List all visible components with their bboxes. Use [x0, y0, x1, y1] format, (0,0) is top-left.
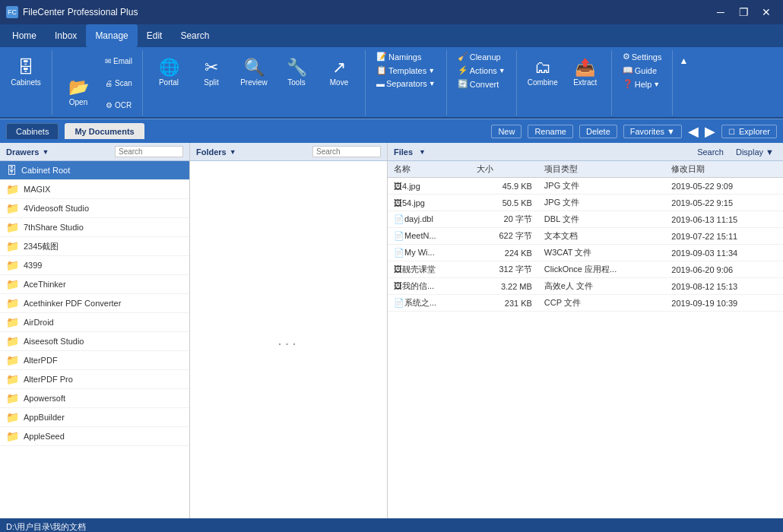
file-type-cell: W3CAT 文件 — [538, 245, 665, 261]
col-type[interactable]: 项目类型 — [538, 161, 665, 178]
table-row[interactable]: 🖼靓壳课堂 312 字节 ClickOnce 应用程... 2019-06-20… — [388, 261, 783, 278]
ribbon-settings[interactable]: ⚙ Settings — [618, 50, 667, 63]
folders-chevron[interactable]: ▼ — [230, 148, 236, 156]
col-modified[interactable]: 修改日期 — [665, 161, 783, 178]
ribbon-templates[interactable]: 📋 Templates ▼ — [372, 64, 439, 77]
file-modified-cell: 2019-07-22 15:11 — [665, 228, 783, 245]
col-name[interactable]: 名称 — [388, 161, 471, 178]
ribbon-btn-move[interactable]: ↗ Move — [319, 50, 359, 96]
tab-cabinets[interactable]: Cabinets — [6, 123, 59, 139]
ribbon-btn-ocr[interactable]: ⚙ OCR — [101, 94, 136, 116]
portal-label: Portal — [159, 78, 179, 87]
drawer-item-cabinet-root[interactable]: 🗄 Cabinet Root — [0, 161, 189, 180]
cleanup-icon: 🧹 — [458, 52, 468, 62]
drawer-item-airdroid[interactable]: 📁 AirDroid — [0, 313, 189, 332]
drawer-item-aiseesoft[interactable]: 📁 Aiseesoft Studio — [0, 332, 189, 351]
table-row[interactable]: 📄MeetN... 622 字节 文本文档 2019-07-22 15:11 — [388, 228, 783, 245]
ribbon-actions[interactable]: ⚡ Actions ▼ — [453, 64, 510, 77]
drawer-item-appleseed[interactable]: 📁 AppleSeed — [0, 427, 189, 446]
nav-explorer-button[interactable]: ☐ Explorer — [721, 125, 777, 138]
ribbon-guide[interactable]: 📖 Guide — [618, 64, 661, 77]
file-size-cell: 224 KB — [471, 245, 538, 261]
col-size[interactable]: 大小 — [471, 161, 538, 178]
drawer-item-acethinker[interactable]: 📁 AceThinker — [0, 275, 189, 294]
ribbon-btn-tools[interactable]: 🔧 Tools — [277, 50, 316, 96]
nav-delete-button[interactable]: Delete — [579, 125, 617, 138]
ribbon-btn-extract[interactable]: 📤 Extract — [566, 50, 605, 96]
separators-label: Separators — [386, 79, 427, 88]
menu-edit[interactable]: Edit — [138, 24, 172, 47]
drawers-panel: Drawers ▼ 🗄 Cabinet Root 📁 MAGIX 📁 4Vide… — [0, 143, 190, 518]
menu-inbox[interactable]: Inbox — [46, 24, 86, 47]
files-search-button[interactable]: Search — [694, 147, 727, 157]
drawer-item-4videosoft[interactable]: 📁 4Videosoft Studio — [0, 199, 189, 218]
ribbon-separators[interactable]: ▬ Separators ▼ — [372, 78, 440, 90]
drawer-item-appbuilder[interactable]: 📁 AppBuilder — [0, 408, 189, 427]
drawer-item-alterpdf-pro[interactable]: 📁 AlterPDF Pro — [0, 370, 189, 389]
ribbon-convert[interactable]: 🔄 Convert — [453, 78, 504, 90]
drawers-header: Drawers ▼ — [0, 143, 189, 161]
email-label: Email — [113, 57, 132, 65]
files-display-button[interactable]: Display ▼ — [733, 147, 777, 157]
cabinets-icon: 🗄 — [17, 59, 34, 76]
preview-icon: 🔍 — [244, 59, 265, 76]
file-type-cell: DBL 文件 — [538, 211, 665, 228]
ribbon-namings[interactable]: 📝 Namings — [372, 50, 426, 63]
nav-new-button[interactable]: New — [491, 125, 521, 138]
drawer-item-label: 2345截图 — [24, 241, 59, 252]
ribbon-cleanup[interactable]: 🧹 Cleanup — [453, 50, 506, 63]
tab-my-documents[interactable]: My Documents — [65, 123, 144, 139]
drawer-item-4399[interactable]: 📁 4399 — [0, 256, 189, 275]
menu-bar: Home Inbox Manage Edit Search — [0, 24, 783, 47]
minimize-button[interactable]: ─ — [710, 3, 731, 21]
drawers-search-input[interactable] — [115, 146, 183, 157]
close-button[interactable]: ✕ — [756, 3, 777, 21]
file-size-cell: 622 字节 — [471, 228, 538, 245]
table-row[interactable]: 🖼4.jpg 45.9 KB JPG 文件 2019-05-22 9:09 — [388, 178, 783, 195]
drawer-item-acethinker-pdf[interactable]: 📁 Acethinker PDF Converter — [0, 294, 189, 313]
ribbon-btn-email[interactable]: ✉ Email — [101, 50, 136, 71]
convert-label: Convert — [470, 80, 499, 89]
restore-button[interactable]: ❐ — [733, 3, 754, 21]
table-row[interactable]: 🖼54.jpg 50.5 KB JPG 文件 2019-05-22 9:15 — [388, 195, 783, 211]
open-icon: 📂 — [68, 79, 89, 96]
file-size-cell: 231 KB — [471, 295, 538, 312]
nav-bar: Cabinets My Documents New Rename Delete … — [0, 119, 783, 143]
ribbon-btn-preview[interactable]: 🔍 Preview — [234, 50, 274, 96]
table-row[interactable]: 📄My Wi... 224 KB W3CAT 文件 2019-09-03 11:… — [388, 245, 783, 261]
table-row[interactable]: 📄dayj.dbl 20 字节 DBL 文件 2019-06-13 11:15 — [388, 211, 783, 228]
ribbon-btn-split[interactable]: ✂ Split — [192, 50, 231, 96]
ribbon-btn-combine[interactable]: 🗂 Combine — [523, 50, 563, 96]
drawer-item-apowersoft[interactable]: 📁 Apowersoft — [0, 389, 189, 408]
title-bar: FC FileCenter Professional Plus ─ ❐ ✕ — [0, 0, 783, 24]
menu-home[interactable]: Home — [3, 24, 46, 47]
menu-manage[interactable]: Manage — [86, 24, 137, 47]
ribbon-btn-open[interactable]: 📂 Open — [59, 70, 98, 116]
ribbon-collapse-button[interactable]: ▲ — [676, 53, 691, 68]
nav-rename-button[interactable]: Rename — [528, 125, 573, 138]
ribbon-btn-scan[interactable]: 🖨 Scan — [101, 72, 136, 93]
files-dropdown-icon[interactable]: ▼ — [419, 148, 426, 156]
nav-next-button[interactable]: ▶ — [705, 123, 715, 140]
drawer-item-7thshare[interactable]: 📁 7thShare Studio — [0, 218, 189, 237]
drawer-item-magix[interactable]: 📁 MAGIX — [0, 180, 189, 199]
extract-label: Extract — [573, 78, 597, 87]
tools-icon: 🔧 — [287, 59, 307, 76]
magix-icon: 📁 — [6, 183, 19, 195]
ribbon-btn-cabinets[interactable]: 🗄 Cabinets — [6, 50, 46, 96]
table-row[interactable]: 🖼我的信... 3.22 MB 高效e人 文件 2019-08-12 15:13 — [388, 278, 783, 295]
cleanup-label: Cleanup — [470, 52, 501, 62]
4399-icon: 📁 — [6, 259, 19, 271]
convert-icon: 🔄 — [458, 79, 468, 89]
folders-search-input[interactable] — [312, 146, 381, 157]
nav-prev-button[interactable]: ◀ — [688, 123, 699, 140]
file-name-cell: 📄My Wi... — [388, 245, 471, 261]
ribbon-help[interactable]: ❓ Help ▼ — [618, 78, 665, 90]
drawer-item-2345[interactable]: 📁 2345截图 — [0, 237, 189, 256]
folders-panel: Folders ▼ ... — [190, 143, 388, 518]
ribbon-btn-portal[interactable]: 🌐 Portal — [149, 50, 189, 96]
nav-favorites-button[interactable]: Favorites ▼ — [623, 125, 682, 138]
table-row[interactable]: 📄系统之... 231 KB CCP 文件 2019-09-19 10:39 — [388, 295, 783, 312]
menu-search[interactable]: Search — [171, 24, 218, 47]
drawer-item-alterpdf[interactable]: 📁 AlterPDF — [0, 351, 189, 370]
